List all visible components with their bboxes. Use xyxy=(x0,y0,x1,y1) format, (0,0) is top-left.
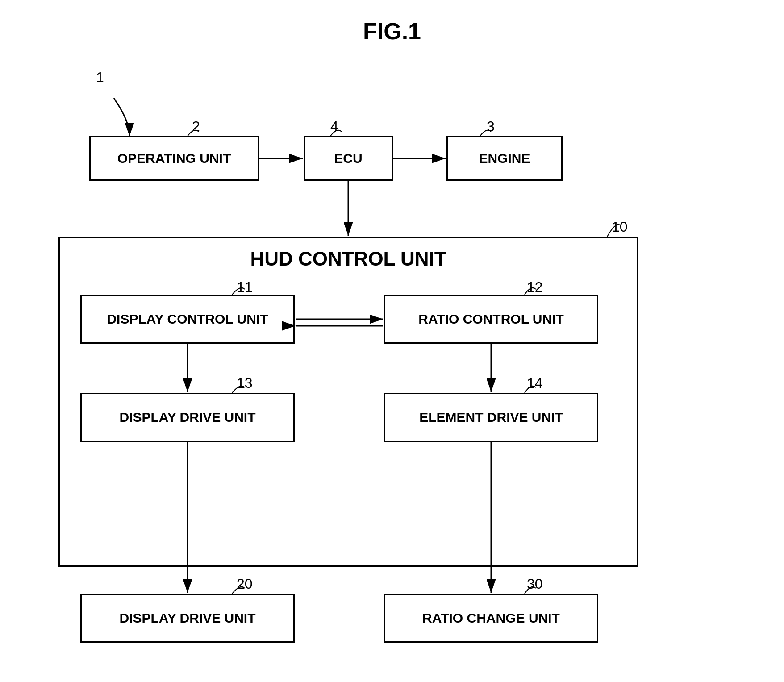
diagram-container: FIG.1 1 2 OPERATING UNIT 4 ECU 3 ENGINE … xyxy=(0,0,784,682)
ref-20: 20 xyxy=(237,576,253,592)
ratio-control-unit-box: RATIO CONTROL UNIT xyxy=(384,295,598,344)
display-drive-unit-inner-box: DISPLAY DRIVE UNIT xyxy=(80,393,295,442)
ref-30: 30 xyxy=(527,576,543,592)
hud-control-unit-title: HUD CONTROL UNIT xyxy=(58,248,638,270)
ref-10: 10 xyxy=(612,219,628,235)
engine-box: ENGINE xyxy=(446,136,563,181)
ecu-box: ECU xyxy=(304,136,393,181)
figure-title: FIG.1 xyxy=(363,18,421,45)
ref-4: 4 xyxy=(330,118,338,135)
operating-unit-box: OPERATING UNIT xyxy=(89,136,259,181)
ref-3: 3 xyxy=(487,118,495,135)
ref-13: 13 xyxy=(237,375,253,391)
ref-11: 11 xyxy=(237,279,253,295)
display-control-unit-box: DISPLAY CONTROL UNIT xyxy=(80,295,295,344)
element-drive-unit-box: ELEMENT DRIVE UNIT xyxy=(384,393,598,442)
ratio-change-unit-box: RATIO CHANGE UNIT xyxy=(384,594,598,643)
ref-1: 1 xyxy=(96,69,104,86)
ref-2: 2 xyxy=(192,118,200,135)
ref-12: 12 xyxy=(527,279,543,295)
ref-14: 14 xyxy=(527,375,543,391)
display-drive-unit-outer-box: DISPLAY DRIVE UNIT xyxy=(80,594,295,643)
